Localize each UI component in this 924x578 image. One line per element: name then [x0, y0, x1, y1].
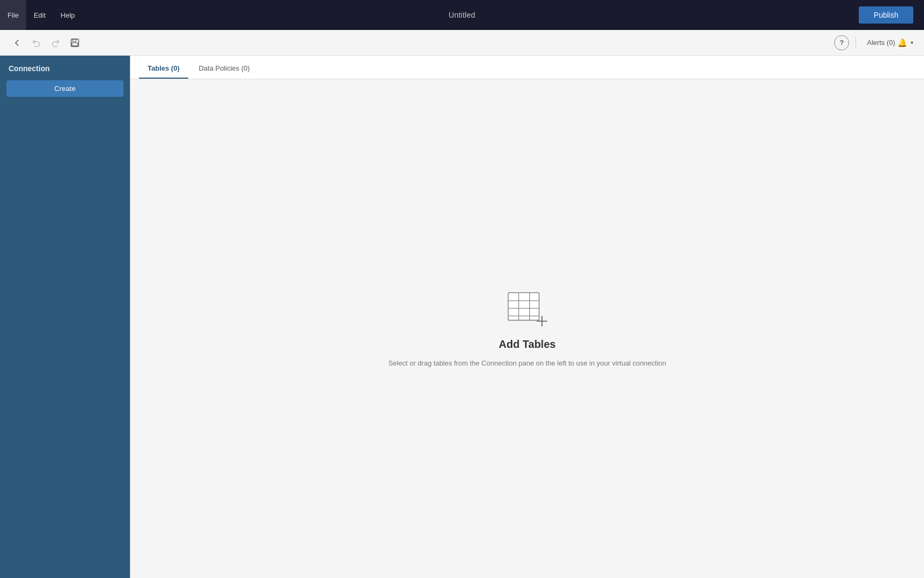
- toolbar-divider: [856, 36, 856, 49]
- bell-icon: 🔔: [897, 38, 907, 48]
- chevron-down-icon: ▾: [911, 40, 913, 45]
- menu-bar: File Edit Help: [0, 0, 82, 30]
- menu-help[interactable]: Help: [53, 0, 82, 30]
- svg-rect-2: [72, 43, 78, 46]
- save-icon: [70, 38, 80, 48]
- alerts-button[interactable]: Alerts (0) 🔔 ▾: [863, 36, 918, 50]
- add-table-icon: [506, 290, 549, 330]
- tab-data-policies[interactable]: Data Policies (0): [190, 59, 258, 79]
- alerts-label: Alerts (0): [867, 39, 895, 47]
- create-button[interactable]: Create: [6, 80, 124, 97]
- publish-button[interactable]: Publish: [859, 6, 913, 24]
- toolbar: ? Alerts (0) 🔔 ▾: [0, 30, 924, 56]
- redo-icon: [51, 38, 60, 48]
- empty-state-description: Select or drag tables from the Connectio…: [388, 359, 666, 367]
- save-button[interactable]: [66, 34, 83, 51]
- titlebar: File Edit Help Untitled Publish: [0, 0, 924, 30]
- undo-button[interactable]: [28, 34, 45, 51]
- help-button[interactable]: ?: [834, 35, 849, 50]
- collapse-sidebar-button[interactable]: [9, 34, 26, 51]
- content-area: Tables (0) Data Policies (0): [130, 56, 924, 578]
- collapse-icon: [13, 39, 21, 47]
- tab-tables[interactable]: Tables (0): [139, 59, 188, 79]
- svg-rect-1: [73, 39, 76, 42]
- menu-file[interactable]: File: [0, 0, 26, 30]
- redo-button[interactable]: [47, 34, 64, 51]
- page-title: Untitled: [449, 11, 475, 19]
- canvas: Add Tables Select or drag tables from th…: [130, 79, 924, 578]
- main-layout: Connection Create Tables (0) Data Polici…: [0, 56, 924, 578]
- empty-state: Add Tables Select or drag tables from th…: [388, 290, 666, 367]
- menu-edit[interactable]: Edit: [26, 0, 53, 30]
- undo-icon: [32, 38, 41, 48]
- sidebar-title: Connection: [6, 64, 124, 73]
- sidebar: Connection Create: [0, 56, 130, 578]
- toolbar-right: ? Alerts (0) 🔔 ▾: [834, 35, 918, 50]
- empty-state-title: Add Tables: [499, 338, 556, 351]
- tabs-bar: Tables (0) Data Policies (0): [130, 56, 924, 79]
